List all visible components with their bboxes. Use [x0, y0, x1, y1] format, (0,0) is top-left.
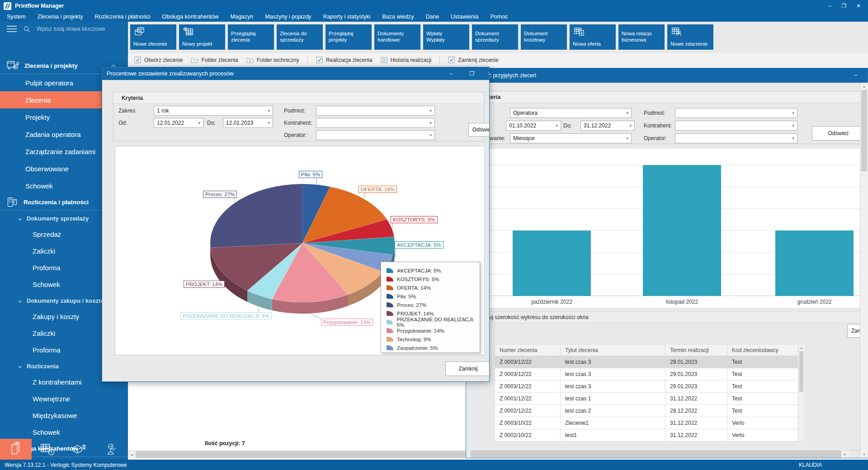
toolbar-nowa-relacja-biznesowa-button[interactable]: Nowa relacja biznesowa	[618, 24, 665, 50]
hamburger-icon[interactable]	[6, 25, 17, 33]
minimize-icon[interactable]: –	[446, 70, 457, 77]
action-folder-techniczny[interactable]: Folder techniczny	[246, 57, 299, 63]
scrollbar-thumb[interactable]	[471, 451, 841, 458]
menu-dane[interactable]: Dane	[420, 12, 445, 22]
menu-zlecenia-i-projekty[interactable]: Zlecenia i projekty	[32, 12, 89, 22]
toolbar-wpłaty-wypłaty-button[interactable]: Wpłaty Wypłaty	[423, 24, 469, 50]
menu-maszyny-i-pojazdy[interactable]: Maszyny i pojazdy	[259, 12, 317, 22]
sidebar-item-międzykasowe[interactable]: Międzykasowe	[0, 407, 128, 424]
restore-icon[interactable]: ❐	[467, 70, 477, 77]
toolbar-button-label: Dokument kosztowy	[524, 31, 564, 43]
toolbar-nowe-zdarzenie-button[interactable]: Nowe zdarzenie	[667, 24, 713, 50]
chevron-down-icon: ▾	[429, 108, 432, 113]
toolbar-zlecenia-do-sprzedaży-button[interactable]: Zlecenia do sprzedaży	[277, 24, 323, 50]
menu-baza-wiedzy[interactable]: Baza wiedzy	[376, 12, 420, 22]
scroll-right-icon[interactable]: ▸	[841, 451, 849, 458]
action-historia-realizacji[interactable]: Historia realizacji	[381, 57, 432, 63]
orders-horizontal-scrollbar[interactable]: ▸	[471, 450, 860, 458]
range-select[interactable]: 1 rok ▾	[154, 106, 273, 116]
date-to-field[interactable]: 12.01.2023 ▾	[223, 118, 273, 128]
close-icon[interactable]: ✕	[856, 3, 861, 9]
scroll-up-icon[interactable]: ▴	[798, 344, 804, 351]
podmiot-select[interactable]: ▾	[316, 106, 435, 116]
close-button[interactable]: Zamknij	[445, 362, 490, 376]
scroll-left-icon[interactable]: ◂	[128, 451, 136, 458]
scope-select[interactable]: Operatora ▾	[510, 108, 632, 118]
menu-obsługa-kontrahentów[interactable]: Obsługa kontrahentów	[156, 12, 224, 22]
column-header-termin-realizacji[interactable]: Termin realizacji	[665, 344, 727, 356]
menu-magazyn[interactable]: Magazyn	[225, 12, 259, 22]
sidebar-search[interactable]: Wpisz tutaj słowa kluczowe	[0, 22, 128, 36]
table-cell: Test	[727, 405, 798, 417]
close-icon[interactable]: ✕	[485, 70, 490, 77]
table-row[interactable]: Z 0003/12/22test czas 329.01.2023Test	[495, 356, 798, 368]
toolbar-nowy-projekt-button[interactable]: Nowy projekt	[179, 24, 225, 50]
scrollbar-thumb[interactable]	[861, 90, 867, 171]
date-from-field[interactable]: 01.10.2022 ▾	[506, 121, 561, 131]
menu-pomoc[interactable]: Pomoc	[484, 12, 514, 22]
folder-icon	[191, 57, 198, 63]
sidebar-footer-calendar-clock-button[interactable]	[32, 439, 63, 460]
table-cell: Test	[727, 393, 798, 405]
table-row[interactable]: Z 0002/12/22test czas 228.12.2022Test	[495, 405, 798, 417]
sidebar-item-schowek[interactable]: Schowek	[0, 424, 128, 441]
sidebar-footer-package-button[interactable]	[63, 439, 95, 460]
operator-select[interactable]: ▾	[316, 130, 435, 140]
column-header-tytuł-zlecenia[interactable]: Tytuł zlecenia	[561, 344, 665, 356]
column-header-numer-zlecenia[interactable]: Numer zlecenia	[495, 344, 561, 356]
toolbar-przeglądaj-projekty-button[interactable]: Przeglądaj projekty	[326, 24, 372, 50]
sidebar-footer-kiosk-button[interactable]	[95, 439, 127, 460]
scrollbar-thumb[interactable]	[136, 451, 470, 458]
toolbar-nowe-zlecenie-button[interactable]: Nowe zlecenie	[130, 24, 176, 50]
menu-rozliczenia-i-płatności[interactable]: Rozliczenia i płatności	[89, 12, 156, 22]
toolbar-przeglądaj-zlecenia-button[interactable]: Przeglądaj zlecenia	[228, 24, 274, 50]
orders-count-window: Ilość przyjętych zleceń – Kryteria Opera…	[466, 68, 868, 458]
column-header-kod-zleceniodawcy[interactable]: Kod zleceniodawcy	[727, 344, 798, 356]
table-row[interactable]: Z 0003/12/22test czas 329.01.2023Test	[495, 368, 798, 381]
refresh-button[interactable]: Odśwież	[468, 123, 490, 136]
orders-window-titlebar[interactable]: Ilość przyjętych zleceń –	[466, 68, 868, 83]
sidebar-footer-documents-button[interactable]	[0, 439, 32, 460]
search-input[interactable]: Wpisz tutaj słowa kluczowe	[37, 26, 105, 32]
restore-icon[interactable]: ❐	[841, 3, 846, 9]
pie-dialog-titlebar[interactable]: Procentowe zestawienie zrealizowanych pr…	[102, 67, 489, 80]
table-row[interactable]: Z 0002/10/22test131.12.2022Verlo	[495, 429, 798, 442]
table-row[interactable]: Z 0003/12/22test czas 329.01.2023Test	[495, 381, 798, 393]
toolbar-nowa-oferta-button[interactable]: $Nowa oferta	[570, 24, 616, 50]
date-from-field[interactable]: 12.01.2022 ▾	[154, 118, 203, 128]
list-icon	[381, 57, 387, 63]
kontrahent-select[interactable]: ▾	[675, 121, 797, 131]
toolbar-dokument-kosztowy-button[interactable]: Dokument kosztowy	[521, 24, 567, 50]
operator-select[interactable]: ▾	[675, 133, 797, 143]
menu-system[interactable]: System	[1, 12, 32, 22]
table-scrollbar[interactable]: ▴	[798, 344, 804, 441]
scroll-down-icon[interactable]: ▾	[860, 451, 868, 458]
action-zamknij-zlecenie[interactable]: Zamknij zlecenie	[448, 56, 498, 63]
action-realizacja-zlecenia[interactable]: Realizacja zlecenia	[316, 56, 373, 63]
menubar: SystemZlecenia i projektyRozliczenia i p…	[0, 12, 868, 22]
checkbox-icon	[448, 56, 455, 63]
table-row[interactable]: Z 0001/12/22test czas 131.12.2022Test	[495, 393, 798, 405]
orders-vertical-scrollbar[interactable]: ▴ ▾	[860, 83, 868, 458]
refresh-button[interactable]: Odśwież	[812, 126, 865, 141]
table-row[interactable]: Z 0003/10/22Zlecenie131.12.2022Verlo	[495, 417, 798, 429]
action-label: Historia realizacji	[391, 57, 432, 63]
action-otwórz-zlecenie[interactable]: Otwórz zlecenie	[134, 56, 183, 63]
sidebar-item-wewnętrzne[interactable]: Wewnętrzne	[0, 390, 128, 407]
menu-ustawienia[interactable]: Ustawienia	[445, 12, 484, 22]
toolbar-dokumenty-handlowe-button[interactable]: Dokumenty handlowe	[374, 24, 420, 50]
toolbar-dokument-sprzedaży-button[interactable]: Dokument sprzedaży	[472, 24, 518, 50]
grouping-select[interactable]: Miesiące ▾	[510, 133, 632, 143]
action-folder-zlecenia[interactable]: Folder zlecenia	[191, 57, 238, 63]
scroll-up-icon[interactable]: ▴	[860, 83, 868, 90]
minimize-icon[interactable]: –	[828, 3, 831, 9]
kontrahent-select[interactable]: ▾	[316, 118, 435, 128]
date-to-field[interactable]: 31.12.2022 ▾	[580, 121, 635, 131]
legend-label: Proces: 27%	[397, 302, 426, 308]
podmiot-select[interactable]: ▾	[675, 108, 797, 118]
menu-raporty-i-statystyki[interactable]: Raporty i statystyki	[317, 12, 376, 22]
zakres-label: Zakres:	[118, 108, 137, 114]
minimize-icon[interactable]: –	[850, 72, 861, 78]
horizontal-scrollbar[interactable]: ◂	[128, 451, 486, 458]
scrollbar-thumb[interactable]	[799, 351, 803, 392]
